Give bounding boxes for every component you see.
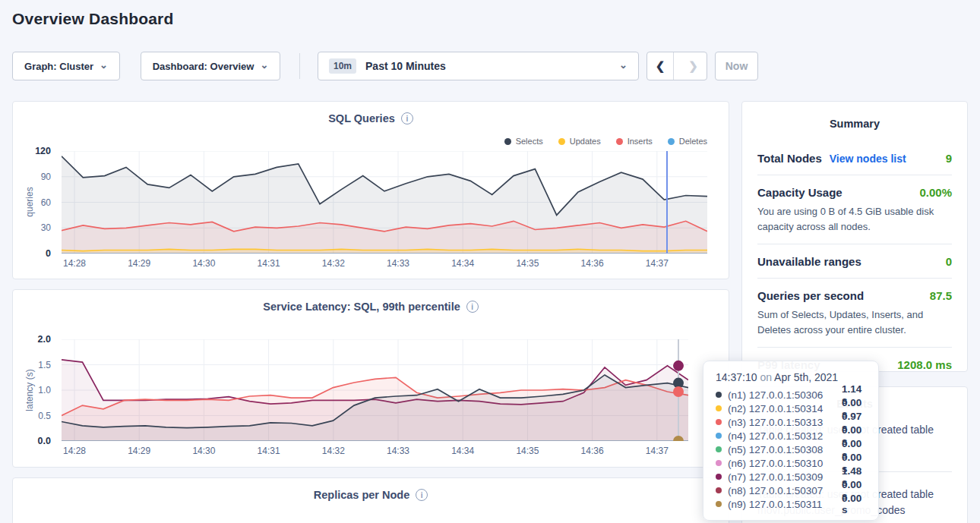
node-color-dot xyxy=(716,419,722,425)
node-address: (n3) 127.0.0.1:50313 xyxy=(728,417,836,428)
legend-label: Inserts xyxy=(628,137,653,146)
crosshair-dot xyxy=(673,386,684,397)
info-icon[interactable]: i xyxy=(416,489,428,501)
view-nodes-list-link[interactable]: View nodes list xyxy=(830,153,906,165)
y-tick-label: 0.5 xyxy=(38,411,51,421)
time-range-badge: 10m xyxy=(329,58,356,74)
chart-title: SQL Queries xyxy=(328,112,395,124)
service-latency-panel: Service Latency: SQL, 99th percentile i … xyxy=(12,289,729,468)
capacity-desc: You are using 0 B of 4.5 GiB usable disk… xyxy=(757,204,952,234)
legend-color-dot xyxy=(668,138,675,145)
legend-label: Updates xyxy=(570,137,601,146)
qps-value: 87.5 xyxy=(930,289,952,302)
info-icon[interactable]: i xyxy=(466,301,479,313)
legend-item[interactable]: Inserts xyxy=(616,137,653,146)
chevron-down-icon: ⌄ xyxy=(100,59,108,71)
x-tick-label: 14:37 xyxy=(646,258,669,269)
x-tick-label: 14:32 xyxy=(322,446,345,456)
node-address: (n1) 127.0.0.1:50306 xyxy=(728,389,836,401)
y-tick-label: 0.0 xyxy=(38,436,51,446)
capacity-label: Capacity Usage xyxy=(757,186,842,199)
y-tick-label: 90 xyxy=(41,172,51,182)
node-color-dot xyxy=(716,446,722,452)
y-tick-label: 1.0 xyxy=(38,385,51,395)
node-address: (n2) 127.0.0.1:50314 xyxy=(728,403,836,414)
total-nodes-label: Total Nodes xyxy=(757,152,822,165)
unavailable-label: Unavailable ranges xyxy=(757,255,861,268)
dashboard-dropdown[interactable]: Dashboard: Overview ⌄ xyxy=(141,52,280,80)
node-address: (n7) 127.0.0.1:50309 xyxy=(728,471,836,483)
legend-item[interactable]: Selects xyxy=(504,137,543,146)
legend-color-dot xyxy=(504,138,511,145)
x-tick-label: 14:37 xyxy=(646,446,669,456)
now-button-label: Now xyxy=(726,60,748,72)
replicas-title-row: Replicas per Node i xyxy=(13,489,729,501)
time-range-label: Past 10 Minutes xyxy=(365,60,446,72)
overview-dashboard-page: Overview Dashboard Graph: Cluster ⌄ Dash… xyxy=(0,0,980,523)
x-tick-label: 14:30 xyxy=(192,446,215,456)
info-icon[interactable]: i xyxy=(401,112,413,124)
time-next-button[interactable]: ❯ xyxy=(680,52,707,80)
tooltip-rows: (n1) 127.0.0.1:503061.14 s(n2) 127.0.0.1… xyxy=(716,388,866,511)
chart-title: Service Latency: SQL, 99th percentile xyxy=(263,301,460,313)
qps-label: Queries per second xyxy=(757,289,864,302)
chevron-down-icon: ⌄ xyxy=(260,59,268,71)
p99-value: 1208.0 ms xyxy=(897,358,952,371)
node-color-dot xyxy=(716,501,722,507)
node-address: (n9) 127.0.0.1:50311 xyxy=(728,499,836,510)
tooltip-on: on xyxy=(760,371,772,383)
chevron-right-icon: ❯ xyxy=(688,59,698,73)
x-tick-label: 14:29 xyxy=(128,446,150,456)
node-color-dot xyxy=(716,474,722,480)
node-color-dot xyxy=(716,392,722,398)
summary-row-total-nodes: Total Nodes View nodes list 9 xyxy=(757,141,952,175)
x-tick-label: 14:35 xyxy=(516,446,539,456)
time-prev-button[interactable]: ❮ xyxy=(647,52,674,80)
x-tick-label: 14:28 xyxy=(63,446,86,456)
capacity-value: 0.00% xyxy=(919,186,952,199)
x-tick-label: 14:32 xyxy=(322,258,345,269)
dashboard-dropdown-label: Dashboard: Overview xyxy=(153,61,254,72)
qps-desc: Sum of Selects, Updates, Inserts, and De… xyxy=(757,307,952,337)
node-color-dot xyxy=(716,433,722,439)
x-tick-label: 14:36 xyxy=(581,446,604,456)
summary-body: Total Nodes View nodes list 9 Capacity U… xyxy=(757,141,952,381)
chart-hover-tooltip: 14:37:10 on Apr 5th, 2021 (n1) 127.0.0.1… xyxy=(703,361,879,521)
chart-plot-area xyxy=(62,151,707,257)
node-color-dot xyxy=(716,460,722,466)
time-range-dropdown[interactable]: 10m Past 10 Minutes ⌄ xyxy=(318,52,639,80)
x-tick-label: 14:36 xyxy=(581,258,604,269)
y-tick-label: 120 xyxy=(35,146,51,156)
legend-item[interactable]: Deletes xyxy=(668,137,707,146)
chart-legend: SelectsUpdatesInsertsDeletes xyxy=(504,137,707,146)
x-tick-label: 14:31 xyxy=(258,258,280,269)
now-button[interactable]: Now xyxy=(715,52,758,80)
summary-panel: Summary Total Nodes View nodes list 9 Ca… xyxy=(741,101,968,372)
node-address: (n6) 127.0.0.1:50310 xyxy=(728,458,836,469)
graph-dropdown-label: Graph: Cluster xyxy=(24,61,93,72)
tooltip-time: 14:37:10 xyxy=(716,371,757,383)
y-tick-label: 60 xyxy=(41,197,51,208)
x-tick-label: 14:35 xyxy=(516,258,539,269)
sql-queries-panel: SQL Queries i SelectsUpdatesInsertsDelet… xyxy=(12,101,729,279)
chart-canvas[interactable] xyxy=(62,339,688,441)
summary-title: Summary xyxy=(742,118,967,130)
time-nav-group: ❮ ❯ xyxy=(646,52,707,80)
x-tick-label: 14:30 xyxy=(192,258,215,269)
node-address: (n4) 127.0.0.1:50312 xyxy=(728,430,836,442)
y-tick-label: 2.0 xyxy=(38,334,51,345)
page-title: Overview Dashboard xyxy=(12,10,174,28)
node-color-dot xyxy=(716,405,722,411)
y-tick-label: 0 xyxy=(46,248,51,259)
unavailable-value: 0 xyxy=(946,255,952,268)
node-latency-value: 0.00 s xyxy=(842,493,866,515)
crosshair-dot xyxy=(673,361,684,371)
x-tick-label: 14:28 xyxy=(63,258,86,269)
chart-canvas[interactable] xyxy=(62,151,707,254)
graph-dropdown[interactable]: Graph: Cluster ⌄ xyxy=(12,52,120,80)
y-tick-label: 1.5 xyxy=(38,360,51,370)
node-address: (n8) 127.0.0.1:50307 xyxy=(728,485,836,496)
summary-row-capacity: Capacity Usage 0.00% You are using 0 B o… xyxy=(757,175,952,244)
legend-item[interactable]: Updates xyxy=(558,137,601,146)
x-tick-label: 14:33 xyxy=(387,258,409,269)
